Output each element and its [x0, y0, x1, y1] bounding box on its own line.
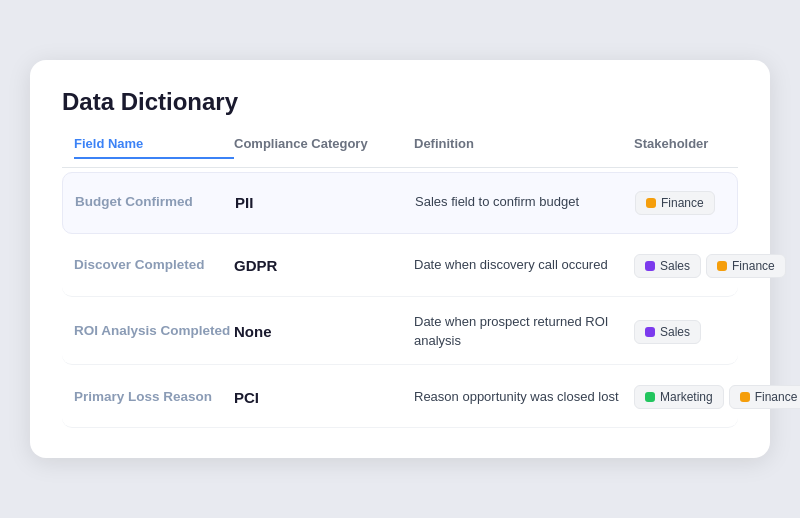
- stakeholder-tag[interactable]: Finance: [706, 254, 786, 278]
- stakeholder-cell: Finance: [635, 191, 800, 215]
- col-header-compliance[interactable]: Compliance Category: [234, 136, 414, 159]
- field-name-cell: Budget Confirmed: [75, 193, 235, 212]
- col-header-stakeholder[interactable]: Stakeholder: [634, 136, 800, 159]
- tag-color-dot: [717, 261, 727, 271]
- tag-color-dot: [740, 392, 750, 402]
- stakeholder-cell: Sales: [634, 320, 800, 344]
- tag-color-dot: [646, 198, 656, 208]
- definition-cell: Reason opportunity was closed lost: [414, 388, 634, 407]
- tag-color-dot: [645, 261, 655, 271]
- tag-color-dot: [645, 327, 655, 337]
- col-header-definition[interactable]: Definition: [414, 136, 634, 159]
- stakeholder-tag[interactable]: Finance: [729, 385, 800, 409]
- field-name-cell: ROI Analysis Completed: [74, 322, 234, 341]
- tag-label: Finance: [661, 196, 704, 210]
- table-row[interactable]: Discover CompletedGDPRDate when discover…: [62, 236, 738, 297]
- table-row[interactable]: Budget ConfirmedPIISales field to confir…: [62, 172, 738, 234]
- col-header-field-name[interactable]: Field Name: [74, 136, 234, 159]
- table-row[interactable]: ROI Analysis CompletedNoneDate when pros…: [62, 299, 738, 366]
- compliance-cell: GDPR: [234, 257, 414, 274]
- table-row[interactable]: Primary Loss ReasonPCIReason opportunity…: [62, 367, 738, 428]
- table-header: Field Name Compliance Category Definitio…: [62, 136, 738, 168]
- stakeholder-tag[interactable]: Marketing: [634, 385, 724, 409]
- compliance-cell: PCI: [234, 389, 414, 406]
- definition-cell: Sales field to confirm budget: [415, 193, 635, 212]
- data-dictionary-card: Data Dictionary Field Name Compliance Ca…: [30, 60, 770, 459]
- field-name-cell: Discover Completed: [74, 256, 234, 275]
- stakeholder-tag[interactable]: Sales: [634, 320, 701, 344]
- tag-color-dot: [645, 392, 655, 402]
- stakeholder-tag[interactable]: Finance: [635, 191, 715, 215]
- stakeholder-cell: MarketingFinance: [634, 385, 800, 409]
- stakeholder-tag[interactable]: Sales: [634, 254, 701, 278]
- tag-label: Sales: [660, 259, 690, 273]
- compliance-cell: None: [234, 323, 414, 340]
- card-title: Data Dictionary: [62, 88, 738, 116]
- stakeholder-cell: SalesFinance: [634, 254, 800, 278]
- table-body: Budget ConfirmedPIISales field to confir…: [62, 172, 738, 429]
- tag-label: Finance: [732, 259, 775, 273]
- tag-label: Sales: [660, 325, 690, 339]
- tag-label: Marketing: [660, 390, 713, 404]
- compliance-cell: PII: [235, 194, 415, 211]
- definition-cell: Date when prospect returned ROI analysis: [414, 313, 634, 351]
- tag-label: Finance: [755, 390, 798, 404]
- field-name-cell: Primary Loss Reason: [74, 388, 234, 407]
- definition-cell: Date when discovery call occured: [414, 256, 634, 275]
